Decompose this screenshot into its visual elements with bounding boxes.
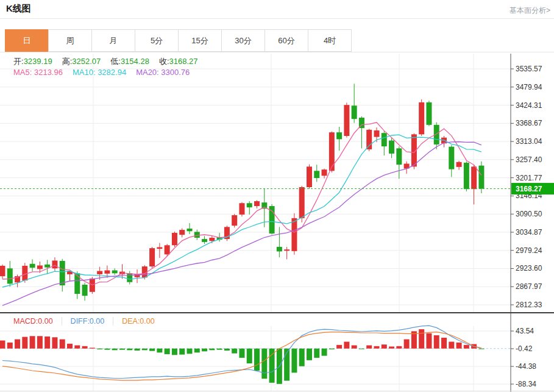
- macd-bar: [396, 346, 402, 349]
- candle-body: [322, 169, 327, 176]
- price-tag-label: 3168.27: [516, 185, 542, 193]
- ohlc-item-3: 收:3168.27: [159, 57, 198, 66]
- ma-item-0: MA5: 3213.96: [13, 68, 63, 77]
- macd-bar: [456, 343, 462, 349]
- candle-body: [374, 130, 380, 137]
- candlestick-chart[interactable]: 3535.573479.943424.313368.673313.043257.…: [0, 54, 554, 313]
- price-tag: 3168.27: [511, 183, 554, 194]
- candle-body: [471, 166, 477, 189]
- macd-bar: [478, 349, 484, 349]
- candle-body: [336, 132, 342, 139]
- tab-period-0[interactable]: 日: [5, 29, 49, 52]
- candle-body: [299, 187, 305, 218]
- price-axis-label: 3368.67: [516, 119, 542, 127]
- macd-header-item-1: DIFF:0.00: [62, 317, 113, 326]
- candle-body: [247, 203, 252, 207]
- macd-bar: [291, 349, 297, 373]
- macd-bar: [314, 349, 319, 358]
- candle-body: [44, 265, 50, 268]
- macd-bar: [322, 349, 327, 356]
- candle-body: [172, 233, 177, 245]
- candle-body: [187, 229, 193, 231]
- macd-bar: [434, 335, 439, 349]
- ma20-line: [2, 142, 481, 306]
- tab-period-1[interactable]: 周: [48, 29, 92, 52]
- macd-bar: [172, 349, 177, 355]
- candle-body: [314, 171, 319, 178]
- macd-axis-label: -44.38: [516, 362, 536, 371]
- candle-body: [157, 247, 162, 249]
- macd-bar: [187, 349, 193, 354]
- price-axis-label: 3201.77: [516, 174, 542, 182]
- macd-bar: [165, 349, 170, 354]
- candle-body: [426, 102, 431, 125]
- macd-bar: [382, 344, 387, 349]
- macd-bar: [336, 345, 342, 349]
- tab-period-7[interactable]: 4时: [308, 29, 352, 52]
- macd-bar: [179, 349, 185, 355]
- macd-bar: [52, 337, 57, 348]
- macd-bar: [254, 349, 260, 371]
- candle-body: [202, 239, 207, 242]
- tab-period-3[interactable]: 5分: [135, 29, 179, 52]
- macd-bar: [127, 349, 132, 351]
- macd-bar: [307, 349, 312, 360]
- macd-bar: [202, 349, 207, 352]
- tab-period-4[interactable]: 15分: [178, 29, 222, 52]
- kline-widget: K线图 基本面分析> 日周月5分15分30分60分4时 开:3239.19高:3…: [0, 0, 554, 392]
- fundamental-analysis-link[interactable]: 基本面分析>: [510, 5, 550, 16]
- macd-bar: [104, 349, 110, 350]
- candle-body: [239, 203, 244, 215]
- candle-body: [232, 215, 237, 226]
- panel-separator: [0, 312, 554, 313]
- macd-axis-label: -88.34: [516, 380, 536, 388]
- ohlc-info: 开:3239.19高:3252.07低:3154.28收:3168.27: [13, 56, 208, 67]
- macd-bar: [269, 349, 275, 383]
- macd-bar: [22, 337, 27, 349]
- candle-body: [209, 238, 215, 241]
- macd-header-item-0: MACD:0.00: [0, 317, 62, 326]
- macd-bar: [119, 349, 125, 350]
- macd-bar: [352, 345, 357, 348]
- candle-body: [179, 230, 185, 235]
- candle-body: [82, 285, 88, 296]
- candle-body: [0, 266, 5, 276]
- macd-bar: [217, 349, 222, 350]
- candle-body: [284, 249, 289, 251]
- macd-axis-label: -0.42: [516, 344, 533, 353]
- ma-item-1: MA10: 3282.94: [73, 68, 126, 77]
- candle-body: [307, 166, 312, 187]
- macd-bar: [37, 336, 43, 348]
- candle-body: [366, 130, 372, 149]
- macd-bar: [389, 346, 394, 348]
- candle-body: [449, 147, 454, 169]
- macd-bar: [30, 336, 35, 348]
- candle-body: [194, 232, 200, 238]
- macd-info: MACD:0.00DIFF:0.00DEA:0.00: [0, 315, 506, 328]
- macd-bar: [74, 345, 80, 348]
- price-axis-label: 3479.94: [516, 83, 542, 91]
- candle-body: [464, 163, 469, 189]
- tab-strip-divider: [0, 52, 554, 52]
- ohlc-item-1: 高:3252.07: [62, 57, 101, 66]
- candle-body: [127, 273, 132, 282]
- macd-bar: [142, 349, 147, 351]
- tab-period-2[interactable]: 月: [91, 29, 135, 52]
- price-axis-label: 3424.31: [516, 101, 542, 110]
- macd-bar: [329, 349, 335, 349]
- candle-body: [382, 133, 387, 146]
- price-axis-label: 3090.50: [516, 210, 542, 218]
- macd-bar: [7, 343, 13, 349]
- macd-bar: [404, 340, 410, 349]
- tab-period-6[interactable]: 60分: [265, 29, 308, 52]
- ma-info: MA5: 3213.96MA10: 3282.94MA20: 3300.76: [13, 68, 199, 77]
- tab-period-5[interactable]: 30分: [221, 29, 265, 52]
- ma-item-2: MA20: 3300.76: [136, 68, 190, 77]
- candle-body: [389, 140, 394, 153]
- price-axis-label: 2867.97: [516, 282, 542, 291]
- price-axis-label: 3034.87: [516, 228, 542, 237]
- macd-bar: [284, 349, 289, 381]
- macd-bar: [15, 340, 20, 349]
- macd-bar: [82, 346, 88, 349]
- macd-bar: [464, 345, 469, 349]
